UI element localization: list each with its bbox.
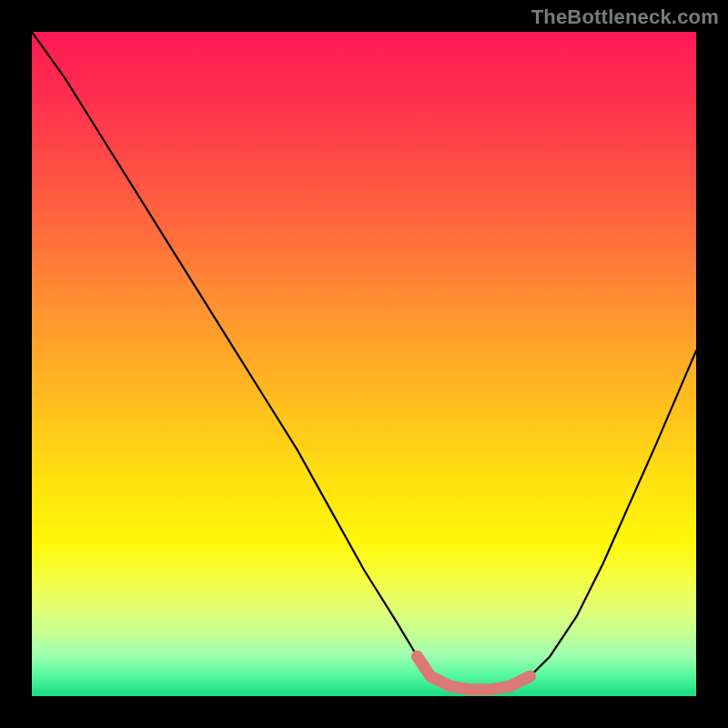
watermark-text: TheBottleneck.com [531,5,719,29]
bottleneck-curve [32,32,696,690]
chart-frame: TheBottleneck.com [0,0,728,728]
plot-area [32,32,696,696]
optimal-range-highlight [417,656,530,690]
curve-layer [32,32,696,696]
